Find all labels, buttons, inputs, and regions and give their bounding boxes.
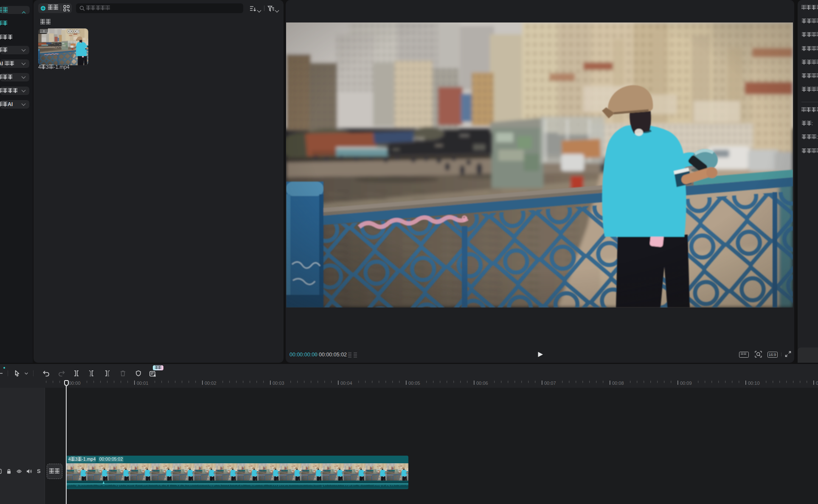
svg-text:00:03: 00:03 — [273, 381, 284, 386]
svg-text:00:01: 00:01 — [137, 381, 149, 386]
svg-text:00:09: 00:09 — [680, 381, 692, 386]
svg-text:00:07: 00:07 — [544, 381, 556, 386]
svg-text:00:06: 00:06 — [476, 381, 488, 386]
svg-text:00:10: 00:10 — [748, 381, 760, 386]
svg-text:00:04: 00:04 — [340, 381, 352, 386]
svg-text:00:05: 00:05 — [408, 381, 420, 386]
svg-text:00:08: 00:08 — [612, 381, 624, 386]
svg-text:00:11: 00:11 — [816, 381, 818, 386]
svg-text:00:02: 00:02 — [205, 381, 216, 386]
svg-text:00:00: 00:00 — [69, 381, 81, 386]
